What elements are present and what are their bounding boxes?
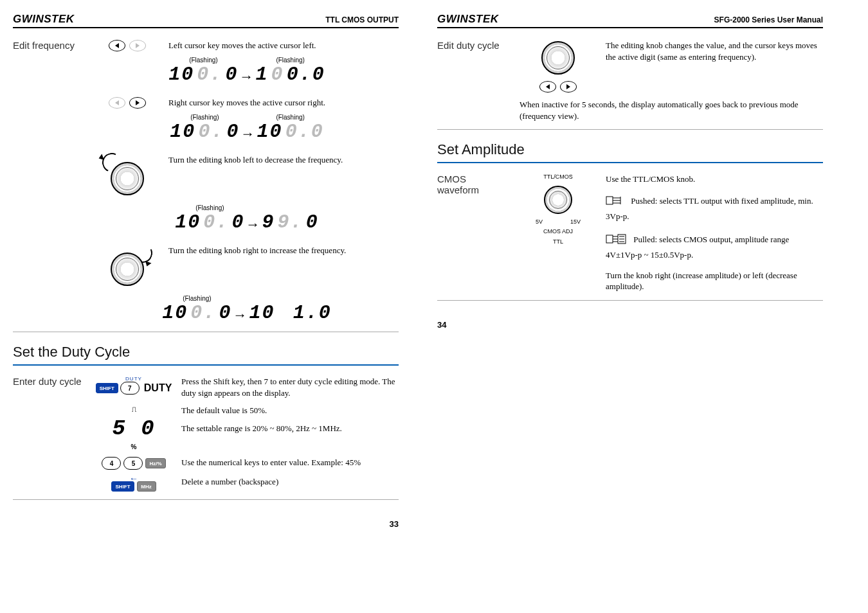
desc-default-50: The default value is 50%. (181, 405, 399, 416)
ttl-cmos-knob: TTL/CMOS 5V 15V CMOS ADJ TTL (520, 173, 597, 246)
desc-knob-left: Turn the editing knob left to decrease t… (168, 154, 399, 166)
cursor-keys-right-active (95, 97, 159, 109)
desc-range: The settable range is 20% ~ 80%, 2Hz ~ 1… (181, 423, 399, 434)
page-number-right: 34 (437, 320, 823, 330)
section-cmos-waveform: CMOS waveform TTL/CMOS 5V 15V CMOS ADJ T… (437, 173, 823, 301)
cursor-right-icon (129, 97, 146, 109)
display-duty-50: ⎍ 5 0 % (95, 405, 172, 450)
desc-enter-duty: Press the Shift key, then 7 to enter dut… (181, 376, 399, 398)
desc-left-cursor: Left cursor key moves the active cursor … (168, 40, 399, 51)
svg-rect-0 (606, 197, 613, 204)
label-edit-duty: Edit duty cycle (437, 40, 508, 121)
page-header-right: GWINSTEK SFG-2000 Series User Manual (437, 13, 823, 28)
desc-use-knob: Use the TTL/CMOS knob. (606, 173, 823, 185)
svg-rect-1 (606, 235, 613, 243)
desc-knob-right: Turn the editing knob right to increase … (168, 245, 399, 256)
knob-turn-left (95, 154, 159, 199)
section-edit-duty: Edit duty cycle The editing knob changes… (437, 40, 823, 130)
desc-backspace: Delete a number (backspace) (181, 476, 399, 488)
label-edit-frequency: Edit frequency (13, 40, 84, 324)
cursor-keys-left-active (95, 40, 159, 51)
keys-shift-7-duty: DUTY SHIFT 7 DUTY (95, 376, 172, 395)
key-hz-pct: Hz/% (145, 458, 165, 468)
square-wave-icon: ⎍ (132, 405, 136, 414)
knob-and-cursors (520, 40, 597, 93)
brand-logo-2: GWINSTEK (437, 13, 499, 26)
desc-numeric-entry: Use the numerical keys to enter value. E… (181, 457, 399, 468)
desc-edit-duty-knob: The editing knob changes the value, and … (606, 40, 823, 62)
cursor-left-icon-dim (109, 97, 125, 109)
section-enter-duty: Enter duty cycle DUTY SHIFT 7 DUTY (13, 376, 399, 500)
label-enter-duty: Enter duty cycle (13, 376, 84, 492)
header-title-right: SFG-2000 Series User Manual (714, 15, 823, 24)
seg-row-4: (Flashing) 100.0 → 10 1.0 (95, 295, 399, 324)
key-5: 5 (123, 457, 143, 470)
header-title-left: TTL CMOS OUTPUT (325, 15, 399, 24)
key-7: 7 (120, 382, 140, 395)
desc-turn-knob: Turn the knob right (increase amplitude)… (606, 270, 823, 292)
seg-row-3: (Flashing) 100.0 → 99.0 (95, 204, 399, 233)
key-mhz: MHz (137, 481, 156, 492)
label-cmos-waveform: CMOS waveform (437, 173, 508, 292)
seg-row-2: (Flashing) 100.0 → (Flashing) 100.0 (95, 114, 399, 143)
desc-timeout: When inactive for 5 seconds, the display… (520, 99, 823, 121)
cursor-right-icon-dim (129, 40, 146, 51)
switch-pulled-icon (606, 231, 628, 250)
page-header-left: GWINSTEK TTL CMOS OUTPUT (13, 13, 399, 28)
page-right: GWINSTEK SFG-2000 Series User Manual Edi… (437, 13, 823, 529)
cursor-left-icon (109, 40, 125, 51)
brand-logo: GWINSTEK (13, 13, 75, 26)
desc-pulled: Pulled: selects CMOS output, amplitude r… (606, 235, 789, 260)
knob-turn-right (95, 245, 159, 290)
keys-4-5-hzpct: 4 5 Hz/% (95, 457, 172, 470)
desc-right-cursor: Right cursor key moves the active cursor… (168, 97, 399, 109)
duty-text: DUTY (144, 382, 172, 394)
switch-pushed-icon (606, 193, 625, 211)
heading-set-amplitude: Set Amplitude (437, 141, 823, 163)
keys-shift-mhz: ← SHIFT MHz (95, 476, 172, 492)
seg-row-1: (Flashing) 100.0 → (Flashing) 100.0 (95, 57, 399, 85)
page-left: GWINSTEK TTL CMOS OUTPUT Edit frequency … (13, 13, 399, 529)
page-number-left: 33 (13, 519, 399, 529)
heading-set-duty-cycle: Set the Duty Cycle (13, 344, 399, 366)
key-4: 4 (102, 457, 121, 470)
shift-key: SHIFT (96, 383, 118, 393)
section-edit-frequency: Edit frequency Left cursor key moves the… (13, 40, 399, 332)
shift-key-2: SHIFT (111, 481, 134, 492)
cursor-right-icon-2 (560, 81, 577, 93)
cursor-left-icon-2 (539, 81, 556, 93)
desc-pushed: Pushed: selects TTL output with fixed am… (606, 196, 813, 221)
